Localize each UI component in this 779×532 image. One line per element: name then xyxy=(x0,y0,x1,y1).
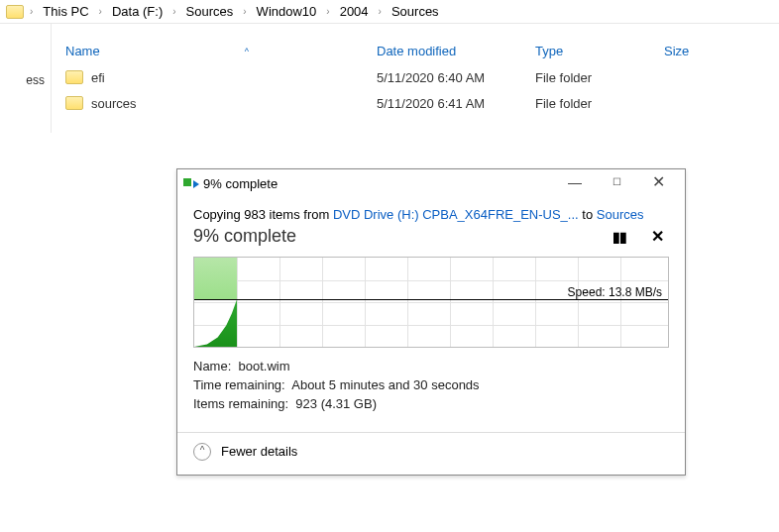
file-name: sources xyxy=(91,96,137,111)
column-header-size[interactable]: Size xyxy=(664,44,743,58)
dialog-title: 9% complete xyxy=(203,176,554,191)
file-date: 5/11/2020 6:40 AM xyxy=(377,70,535,85)
current-file-name: boot.wim xyxy=(239,359,290,373)
copy-description: Copying 983 items from DVD Drive (H:) CP… xyxy=(193,207,669,222)
column-header-name[interactable]: Name ^ xyxy=(59,44,377,58)
breadcrumb-item[interactable]: Window10 xyxy=(253,2,321,21)
table-row[interactable]: sources 5/11/2020 6:41 AM File folder xyxy=(59,90,779,116)
speed-label: Speed: 13.8 MB/s xyxy=(568,285,662,299)
copy-progress-dialog: 9% complete — ☐ ✕ Copying 983 items from… xyxy=(176,168,686,476)
destination-link[interactable]: Sources xyxy=(597,207,644,222)
breadcrumb-item[interactable]: Sources xyxy=(388,2,443,21)
copy-details: Name: boot.wim Time remaining: About 5 m… xyxy=(193,358,669,414)
file-date: 5/11/2020 6:41 AM xyxy=(377,96,535,111)
time-remaining: About 5 minutes and 30 seconds xyxy=(291,377,479,392)
breadcrumb-item[interactable]: Sources xyxy=(182,2,238,21)
breadcrumb-item[interactable]: Data (F:) xyxy=(108,2,167,21)
table-row[interactable]: efi 5/11/2020 6:40 AM File folder xyxy=(59,64,779,90)
dialog-titlebar[interactable]: 9% complete — ☐ ✕ xyxy=(177,169,685,197)
maximize-button[interactable]: ☐ xyxy=(596,171,637,195)
file-type: File folder xyxy=(535,96,664,111)
sort-icon: ^ xyxy=(245,47,249,56)
dialog-footer: ^ Fewer details xyxy=(177,432,685,475)
chevron-right-icon[interactable]: › xyxy=(322,6,333,17)
chevron-right-icon[interactable]: › xyxy=(168,6,179,17)
file-list: Name ^ Date modified Type Size efi 5/11/… xyxy=(59,36,779,116)
breadcrumb: › This PC › Data (F:) › Sources › Window… xyxy=(0,0,779,24)
file-type: File folder xyxy=(535,70,664,85)
progress-text: 9% complete xyxy=(193,226,608,247)
folder-icon xyxy=(65,96,83,110)
sidebar: ess xyxy=(0,24,52,133)
copy-icon xyxy=(183,176,197,190)
folder-icon xyxy=(6,5,24,19)
minimize-button[interactable]: — xyxy=(554,171,596,195)
column-header-date[interactable]: Date modified xyxy=(377,44,535,58)
chevron-right-icon[interactable]: › xyxy=(375,6,386,17)
column-headers: Name ^ Date modified Type Size xyxy=(59,36,779,64)
file-name: efi xyxy=(91,70,105,85)
breadcrumb-item[interactable]: This PC xyxy=(39,2,92,21)
collapse-icon[interactable]: ^ xyxy=(193,443,211,461)
sidebar-label: ess xyxy=(26,73,45,87)
speed-chart: Speed: 13.8 MB/s xyxy=(193,257,669,348)
chevron-right-icon[interactable]: › xyxy=(26,6,37,17)
source-link[interactable]: DVD Drive (H:) CPBA_X64FRE_EN-US_... xyxy=(333,207,579,222)
chevron-right-icon[interactable]: › xyxy=(239,6,250,17)
close-button[interactable]: ✕ xyxy=(637,171,679,195)
items-remaining: 923 (4.31 GB) xyxy=(295,396,377,411)
column-header-type[interactable]: Type xyxy=(535,44,664,58)
pause-button[interactable]: ▮▮ xyxy=(608,229,631,245)
chevron-right-icon[interactable]: › xyxy=(95,6,106,17)
folder-icon xyxy=(65,70,83,84)
cancel-button[interactable]: ✕ xyxy=(645,227,669,246)
breadcrumb-item[interactable]: 2004 xyxy=(336,2,373,21)
fewer-details-button[interactable]: Fewer details xyxy=(221,444,297,459)
